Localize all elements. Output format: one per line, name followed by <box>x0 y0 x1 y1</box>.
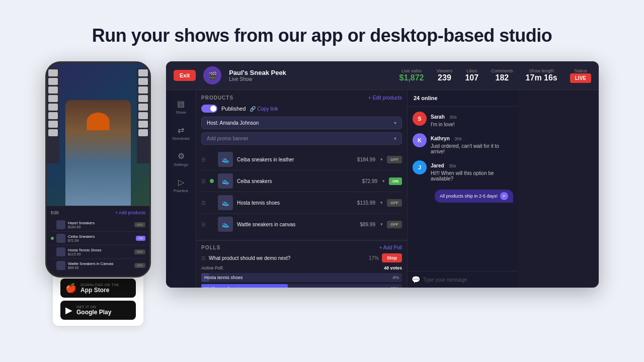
product-toggle-on[interactable]: ON <box>136 236 145 241</box>
chat-content: Jared 30s Hi!!! When will this option be… <box>431 160 513 182</box>
inactive-dot <box>210 222 214 226</box>
product-name: Ceiba sneakers in leather <box>237 157 353 162</box>
product-name: Ceiba Sneakers <box>68 234 133 239</box>
play-icon: ▶ <box>65 305 72 316</box>
product-name: Hazel Sneakers <box>68 221 132 225</box>
show-title-block: Paul's Sneak Peek Live Show <box>229 69 391 82</box>
product-list-item: ☰ 👟 Ceiba sneakers $72.99 ▾ ON <box>201 170 402 192</box>
sidebar-label-settings: Settings <box>174 162 188 167</box>
add-poll-button[interactable]: + Add Poll <box>379 245 402 250</box>
published-text: Published <box>221 106 246 112</box>
comments-value: 182 <box>491 73 513 82</box>
polls-label: POLLS <box>201 245 220 250</box>
inactive-dot <box>51 264 54 267</box>
online-count: 24 online <box>408 90 518 107</box>
chat-text: Hi!!! When will this option be available… <box>431 170 513 182</box>
products-label: PRODUCTS <box>201 95 233 101</box>
show-length-value: 17m 16s <box>526 73 557 82</box>
sidebar-item-simulcast[interactable]: ⇄ Simulcast <box>169 121 194 145</box>
product-toggle-off[interactable]: OFF <box>134 249 145 254</box>
inactive-dot <box>51 250 54 253</box>
product-info: Ceiba Sneakers $72.99 <box>68 234 133 242</box>
chat-text: Just ordered, can't wait for it to arriv… <box>431 143 513 154</box>
product-price: $115.99 <box>357 200 375 206</box>
product-thumbnail: 👟 <box>218 173 233 189</box>
practice-icon: ▷ <box>178 177 184 187</box>
edit-products-button[interactable]: + Edit products <box>368 95 402 101</box>
product-price: $184.99 <box>68 225 132 229</box>
reply-text: All products ship in 2-5 days! <box>440 194 498 199</box>
settings-icon: ⚙ <box>178 151 185 161</box>
show-length-stat: Show length 17m 16s <box>526 68 557 83</box>
exit-button[interactable]: Exit <box>174 70 196 81</box>
stop-poll-button[interactable]: Stop <box>382 253 402 262</box>
googleplay-name: Google Play <box>76 309 111 316</box>
poll-option-bar: Hosta tennis shoes 4% <box>201 273 402 282</box>
chat-avatar-jared: J <box>413 160 427 174</box>
shelf-item <box>138 86 148 94</box>
active-dot <box>210 179 214 183</box>
chat-messages: S Sarah 30s I'm in love! K Kathryn <box>408 107 518 271</box>
shelf-item <box>138 112 148 119</box>
phone-person <box>65 100 131 206</box>
product-info: Hosta Tennis Shoes $115.99 <box>68 248 132 256</box>
sidebar-item-show[interactable]: ▤ Show <box>169 95 194 119</box>
live-sales-stat: Live sales $1,872 <box>399 68 424 83</box>
product-toggle-off[interactable]: OFF <box>134 263 145 268</box>
promo-select[interactable]: Add promo banner <box>201 132 402 145</box>
phone-products-panel: Edit + Add products Hazel Sneakers $184.… <box>47 206 149 276</box>
drag-handle-icon: ☰ <box>201 178 206 184</box>
product-toggle-off[interactable]: OFF <box>387 156 402 163</box>
appstore-badge[interactable]: 🍎 Download on the App Store <box>60 279 136 298</box>
live-sales-label: Live sales <box>399 68 424 73</box>
product-info: Wattle Sneakers in Canvas $89.99 <box>68 261 132 269</box>
products-header: PRODUCTS + Edit products <box>201 95 402 101</box>
live-badge: LIVE <box>570 73 591 83</box>
published-toggle[interactable] <box>201 105 217 113</box>
price-chevron-icon: ▾ <box>380 200 383 205</box>
chat-username: Sarah <box>431 114 445 120</box>
drag-handle-icon: ☰ <box>201 222 206 227</box>
chevron-down-icon <box>394 120 396 126</box>
poll-option-row: Wattle sneakers in canvas 43% <box>201 284 402 288</box>
chat-input[interactable]: Type your message <box>423 277 514 283</box>
studio-sidebar: ▤ Show ⇄ Simulcast ⚙ Settings ▷ Practice <box>166 90 196 288</box>
studio-center: PRODUCTS + Edit products Published 🔗 Cop… <box>196 90 408 288</box>
likes-stat: Likes 107 <box>465 68 478 83</box>
shelf-item <box>48 69 58 76</box>
shelf-item <box>138 129 148 136</box>
sidebar-item-settings[interactable]: ⚙ Settings <box>169 147 194 171</box>
chat-username: Kathryn <box>431 136 450 141</box>
price-chevron-icon: ▾ <box>380 157 383 162</box>
status-stat: Status LIVE <box>570 68 591 83</box>
link-icon: 🔗 <box>250 106 256 112</box>
phone-shelf-left <box>47 68 59 163</box>
inactive-dot <box>51 223 54 226</box>
chat-time: 30s <box>454 136 462 141</box>
page-title: Run your shows from our app or desktop-b… <box>92 25 552 46</box>
product-toggle-on[interactable]: ON <box>389 177 402 185</box>
product-toggle-off[interactable]: OFF <box>387 221 402 228</box>
shelf-item <box>48 95 58 102</box>
product-toggle-off[interactable]: OFF <box>387 199 402 207</box>
reply-bubble: All products ship in 2-5 days! P <box>435 190 513 203</box>
product-name: Wattle Sneakers in Canvas <box>68 261 132 266</box>
chat-input-area[interactable]: 💬 Type your message <box>408 271 518 288</box>
phone-video <box>47 63 149 206</box>
price-chevron-icon: ▾ <box>382 178 385 184</box>
sidebar-item-practice[interactable]: ▷ Practice <box>169 173 194 197</box>
live-sales-value: $1,872 <box>399 73 424 82</box>
copy-link-button[interactable]: 🔗 Copy link <box>250 106 278 112</box>
product-toggle-off[interactable]: OFF <box>134 222 145 227</box>
drag-handle-icon: ☰ <box>201 255 206 261</box>
phone-screen: Edit + Add products Hazel Sneakers $184.… <box>47 63 149 276</box>
studio-main: PRODUCTS + Edit products Published 🔗 Cop… <box>196 90 599 288</box>
poll-option-row: Hosta tennis shoes 4% <box>201 273 402 282</box>
phone-add-products[interactable]: + Add products <box>115 210 145 215</box>
googleplay-badge[interactable]: ▶ GET IT ON Google Play <box>60 301 136 320</box>
host-select[interactable]: Host: Amanda Johnson <box>201 117 402 129</box>
likes-label: Likes <box>465 68 478 73</box>
shelf-item <box>48 78 58 85</box>
status-label: Status <box>570 68 591 73</box>
studio-body: ▤ Show ⇄ Simulcast ⚙ Settings ▷ Practice <box>166 90 599 288</box>
